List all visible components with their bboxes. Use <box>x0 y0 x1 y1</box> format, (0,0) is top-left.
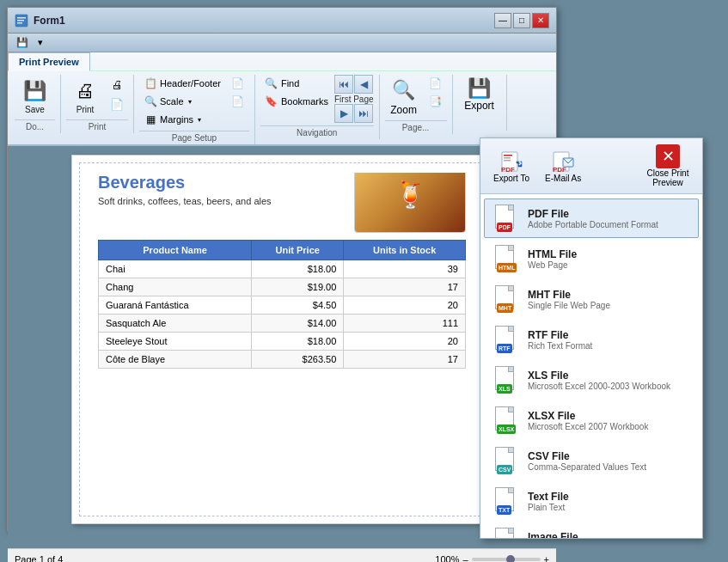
qa-save-button[interactable]: 💾 <box>15 36 30 50</box>
export-item-title-txt: Text File <box>528 491 569 503</box>
export-item-text-txt: Text File Plain Text <box>528 491 569 512</box>
page-nav-btns: ⏮ ◀ First Page ▶ ⏭ <box>334 75 374 123</box>
ribbon-group-export: 💾 Export x <box>453 75 507 131</box>
print-options-button[interactable]: 🖨 <box>106 75 128 94</box>
table-cell-0: Chang <box>99 278 252 296</box>
ribbon-tabs: Print Preview <box>8 52 556 71</box>
export-item-text-csv: CSV File Comma-Separated Values Text <box>528 450 646 472</box>
maximize-button[interactable]: □ <box>513 13 530 28</box>
data-table: Product Name Unit Price Units in Stock C… <box>98 240 466 369</box>
zoom-one-page-button[interactable]: 📄 <box>425 75 447 92</box>
save-icon: 💾 <box>21 77 49 105</box>
save-button[interactable]: 💾 Save <box>16 75 54 117</box>
scale-label: Scale <box>160 96 184 107</box>
export-label: Export <box>464 100 494 112</box>
export-item-icon-img: IMG <box>493 528 521 538</box>
minimize-button[interactable]: — <box>494 13 511 28</box>
export-to-button[interactable]: PDF Export To <box>487 147 535 186</box>
table-cell-1: $263.50 <box>252 351 344 369</box>
export-item-icon-html: HTML <box>493 245 521 272</box>
email-as-button[interactable]: PDF E-Mail As <box>539 147 587 186</box>
svg-rect-5 <box>504 155 512 156</box>
ribbon-group-doc: 💾 Save Do... <box>9 75 61 133</box>
svg-text:PDF: PDF <box>501 166 515 174</box>
export-to-label: Export To <box>493 174 529 183</box>
find-button[interactable]: 🔍 Find <box>260 75 333 92</box>
export-item-mht[interactable]: MHT MHT File Single File Web Page <box>484 279 699 319</box>
zoom-thumb[interactable] <box>506 555 515 563</box>
col-product-name: Product Name <box>99 241 252 260</box>
zoom-minus-button[interactable]: – <box>462 554 468 563</box>
zoom-level: 100% <box>435 554 459 563</box>
export-item-csv[interactable]: CSV CSV File Comma-Separated Values Text <box>484 441 699 480</box>
export-button[interactable]: 💾 Export <box>458 75 501 114</box>
zoom-plus-button[interactable]: + <box>544 554 549 563</box>
landscape-button[interactable]: 📄 <box>227 93 249 110</box>
export-group-btns: 💾 Export <box>458 75 501 114</box>
first-page-label: First Page <box>334 95 374 104</box>
table-row: Chang$19.0017 <box>99 278 466 296</box>
table-cell-2: 20 <box>344 296 466 315</box>
portrait-button[interactable]: 📄 <box>227 75 249 92</box>
print-label: Print <box>76 105 95 114</box>
svg-rect-7 <box>504 160 511 162</box>
portrait-icon: 📄 <box>231 76 245 90</box>
svg-rect-2 <box>17 20 24 21</box>
zoom-two-page-button[interactable]: 📑 <box>425 93 447 110</box>
table-cell-0: Chai <box>99 260 252 278</box>
export-item-xls[interactable]: XLS XLS File Microsoft Excel 2000-2003 W… <box>484 360 699 400</box>
close-print-preview-icon: ✕ <box>656 144 680 168</box>
zoom-slider[interactable] <box>472 558 541 561</box>
content-area: 🍹 Beverages Soft drinks, coffees, teas, … <box>8 146 556 548</box>
export-item-icon-mht: MHT <box>493 285 521 313</box>
export-item-xlsx[interactable]: XLSX XLSX File Microsoft Excel 2007 Work… <box>484 400 699 440</box>
col-unit-price: Unit Price <box>252 241 344 260</box>
export-item-pdf[interactable]: PDF PDF File Adobe Portable Document For… <box>484 199 699 238</box>
ribbon-group-zoom: 🔍 Zoom 📄 📑 Page... <box>380 75 453 134</box>
export-item-img[interactable]: IMG Image File BMP, GIF, JPEG, PNG, TIFF… <box>484 522 699 538</box>
ribbon-group-page-setup: 📋 Header/Footer 🔍 Scale ▾ ▦ Margins <box>134 75 255 144</box>
last-page-button[interactable]: ⏭ <box>354 104 373 123</box>
export-item-icon-csv: CSV <box>493 447 521 474</box>
export-item-subtitle-rtf: Rich Text Format <box>528 341 592 351</box>
scale-button[interactable]: 🔍 Scale ▾ <box>139 93 225 110</box>
status-bar: Page 1 of 4 100% – + <box>8 548 556 562</box>
next-page-button[interactable]: ▶ <box>334 104 353 123</box>
export-item-icon-rtf: RTF <box>493 326 521 353</box>
print-setup-icon: 🖨 <box>110 77 124 91</box>
close-print-preview-button[interactable]: ✕ Close Print Preview <box>640 142 695 190</box>
qa-dropdown-button[interactable]: ▾ <box>33 36 48 50</box>
find-icon: 🔍 <box>265 76 278 90</box>
svg-rect-3 <box>17 22 22 24</box>
margins-label: Margins <box>160 114 193 125</box>
bookmarks-button[interactable]: 🔖 Bookmarks <box>260 93 333 110</box>
export-item-icon-txt: TXT <box>493 487 521 515</box>
close-print-preview-label: Close Print Preview <box>646 168 689 187</box>
prev-page-button[interactable]: ◀ <box>354 75 373 94</box>
table-cell-1: $4.50 <box>252 296 344 315</box>
export-dropdown-panel: PDF Export To PDF E-Mail As ✕ Close Pr <box>480 137 703 539</box>
close-window-button[interactable]: ✕ <box>532 13 549 28</box>
tab-print-preview[interactable]: Print Preview <box>8 52 90 71</box>
export-item-subtitle-xls: Microsoft Excel 2000-2003 Workbook <box>528 382 670 391</box>
print-preview-button[interactable]: 📄 <box>106 95 128 113</box>
table-cell-1: $18.00 <box>252 260 344 278</box>
first-page-button[interactable]: ⏮ <box>334 75 353 94</box>
export-item-text-mht: MHT File Single File Web Page <box>528 289 610 310</box>
export-item-text-xls: XLS File Microsoft Excel 2000-2003 Workb… <box>528 370 670 391</box>
print-button[interactable]: 🖨 Print <box>66 75 104 117</box>
header-footer-button[interactable]: 📋 Header/Footer <box>139 75 225 92</box>
table-cell-0: Côte de Blaye <box>99 351 252 369</box>
zoom-button[interactable]: 🔍 Zoom <box>385 75 423 118</box>
export-item-txt[interactable]: TXT Text File Plain Text <box>484 481 699 521</box>
main-window: Form1 — □ ✕ 💾 ▾ Print Preview 💾 Save <box>7 7 557 531</box>
export-item-text-img: Image File BMP, GIF, JPEG, PNG, TIFF, EM… <box>528 531 683 539</box>
find-label: Find <box>281 78 299 89</box>
scale-icon: 🔍 <box>144 95 157 108</box>
export-item-title-mht: MHT File <box>528 289 610 301</box>
export-item-rtf[interactable]: RTF RTF File Rich Text Format <box>484 320 699 359</box>
export-item-subtitle-mht: Single File Web Page <box>528 301 610 310</box>
export-item-subtitle-txt: Plain Text <box>528 503 569 512</box>
export-item-html[interactable]: HTML HTML File Web Page <box>484 239 699 278</box>
margins-button[interactable]: ▦ Margins ▾ <box>139 111 225 128</box>
